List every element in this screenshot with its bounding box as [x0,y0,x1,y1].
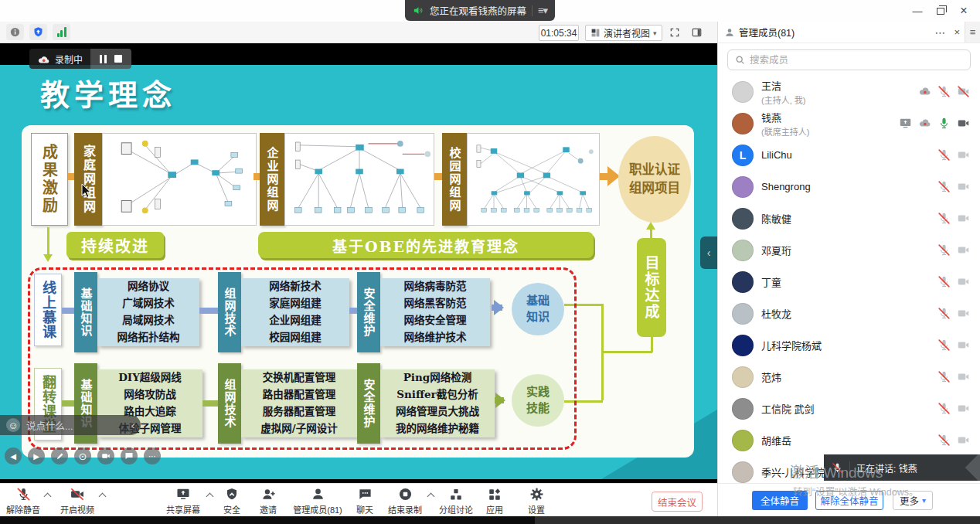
participant-row[interactable]: 王洁 (主持人, 我) [718,76,980,107]
mic-muted-icon[interactable] [937,85,951,98]
member-name: 儿科学院杨斌 [761,338,937,352]
banner-menu-icon[interactable]: ≡▾ [538,5,547,16]
fullscreen-button[interactable] [667,26,682,39]
stop-recording-button[interactable] [114,55,122,63]
mic-muted-icon[interactable] [937,434,951,447]
restore-button[interactable] [929,2,952,20]
cam-off-icon[interactable] [957,275,970,288]
status-toolbar: 01:05:34 演讲者视图 ▾ [0,22,717,43]
arrow-right-icon [492,305,502,311]
pen-annotate-button[interactable] [51,447,68,464]
side-panel-button[interactable] [689,26,704,39]
connector [68,173,74,180]
outcome-incentive-box: 成果激励 [31,133,68,226]
mooc-label: 线上慕课 [34,274,62,346]
cloud-icon[interactable] [918,85,931,98]
emoji-icon[interactable]: ☺ [6,418,20,432]
viewing-banner[interactable]: 您正在观看钱燕的屏幕 ≡▾ [405,0,555,21]
panel-more-button[interactable]: ⋯ [934,26,946,39]
mic-muted-icon[interactable] [937,339,951,352]
search-area [718,43,980,75]
quick-chat-bar[interactable]: ☺ 说点什么... ‹ [0,415,141,435]
chat-placeholder[interactable]: 说点什么... [26,418,125,433]
mic-muted-icon[interactable] [937,243,951,257]
mic-muted-icon[interactable] [937,148,951,162]
participant-row[interactable]: 胡维岳 [718,424,980,456]
cam-off-icon[interactable] [957,148,970,162]
status-left-icons [6,24,70,40]
panel-menu-button[interactable]: ≡ [965,22,980,43]
cam-off-icon[interactable] [957,402,970,415]
arrow-up-icon [650,224,652,238]
search-input[interactable] [750,55,963,66]
mic-muted-icon[interactable] [937,275,951,288]
comment-button[interactable] [121,447,138,464]
participant-row[interactable]: L LiliChu [718,139,980,171]
prev-slide-button[interactable]: ◀ [5,447,22,464]
row1-col1-head: 基础知识 [74,272,97,352]
cam-off-icon[interactable] [957,243,970,257]
participant-row[interactable]: 陈敏健 [718,202,980,234]
cam-off-icon[interactable] [957,307,970,320]
cam-off-icon[interactable] [957,370,970,383]
mic-muted-icon[interactable] [937,307,951,320]
row2-col2-items: 交换机配置管理 路由器配置管理 服务器配置管理 虚拟网/子网设计 [241,369,357,437]
caret-down-icon: ▾ [653,29,657,37]
collapse-panel-tab[interactable]: ‹ [700,236,717,269]
window-controls: — × [906,0,975,22]
meeting-info-icon[interactable] [6,24,24,40]
member-name: 钱燕 [761,110,899,124]
end-meeting-button[interactable]: 结束会议 [652,492,703,512]
panel-close-button[interactable]: × [954,26,960,38]
security-shield-icon[interactable] [29,24,47,40]
connector [202,400,218,407]
invite-label: 邀请 [260,503,277,515]
participant-row[interactable]: 丁童 [718,266,980,298]
network-signal-icon[interactable] [53,24,70,40]
cam-off-red-icon[interactable] [957,85,970,98]
participant-row[interactable]: Shengrong [718,171,980,202]
participant-row[interactable]: 工信院 武剑 [718,393,980,424]
participant-row[interactable]: 范炜 [718,361,980,393]
participant-row[interactable]: 邓夏珩 [718,234,980,266]
member-icons [937,370,970,383]
cam-off-icon[interactable] [957,339,970,352]
pause-recording-button[interactable] [100,55,107,63]
camera-button[interactable] [97,447,114,464]
view-mode-dropdown[interactable]: 演讲者视图 ▾ [585,25,662,41]
chevron-left-icon[interactable]: ‹ [131,420,134,431]
mic-muted-icon[interactable] [937,180,951,193]
cloud-icon[interactable] [918,117,931,130]
cam-off-icon[interactable] [957,434,970,447]
cam-on-dark-icon[interactable] [957,117,970,130]
windows-watermark-sub: 转到“设置”以激活 Windows。 [793,484,919,498]
participant-row[interactable]: 杜牧龙 [718,298,980,329]
home-network-box: 家庭网组网 [74,133,102,226]
avatar [732,240,754,261]
next-slide-button[interactable]: ▶ [28,447,45,464]
chevron-up-icon[interactable] [99,493,107,501]
laser-pointer-button[interactable]: ⊙ [74,447,91,464]
row1-col3-head: 安全维护 [357,272,380,352]
more-tools-button[interactable]: ⋯ [144,447,161,464]
network-diagram-home [102,133,257,226]
mic-muted-icon[interactable] [937,402,951,415]
start-video-button[interactable]: 开启视频 [43,486,112,515]
mic-muted-icon[interactable] [937,370,951,383]
mic-muted-icon[interactable] [937,212,951,225]
shared-screen-area: 录制中 教学理念 成果激励 家庭网组网 [0,43,717,483]
minimize-button[interactable]: — [906,2,929,20]
member-name: 胡维岳 [761,433,937,447]
settings-button[interactable]: 设置 [502,486,571,515]
connector [601,351,652,353]
cam-off-icon[interactable] [957,212,970,225]
mic-on-green-icon[interactable] [937,117,951,130]
participant-row[interactable]: 儿科学院杨斌 [718,329,980,361]
close-button[interactable]: × [952,2,975,20]
settings-label: 设置 [528,503,545,515]
member-icons [937,275,970,288]
participant-row[interactable]: 钱燕 (联席主持人) [718,107,980,139]
screen-icon[interactable] [899,117,912,130]
search-box[interactable] [727,49,971,70]
cam-off-icon[interactable] [957,180,970,193]
